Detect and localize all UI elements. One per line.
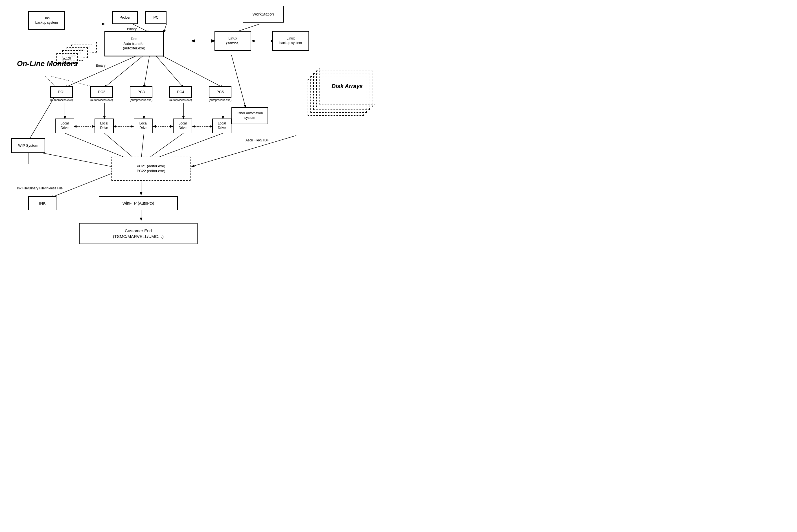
customer-end-box: Customer End (TSMC/MARVELL/UMC…): [79, 223, 197, 244]
dos-autotransfer-box: Dos Auto-transfer (autoxfer.exe): [105, 31, 164, 56]
pc5-area: PC5 (autoprocess.exe): [209, 86, 236, 101]
svg-line-34: [51, 76, 96, 88]
svg-line-10: [161, 55, 223, 88]
pc-top-box: PC: [145, 11, 167, 24]
disk-arrays-label: Disk Arrays: [331, 82, 363, 90]
workstation-box: WorkStation: [243, 6, 284, 23]
ink-file-label: Ink File/Binary File/Inkless File: [17, 186, 63, 190]
other-automation-box: Other automation system: [231, 107, 268, 124]
pc3-area: PC3 (autoprocess.exe): [130, 86, 157, 101]
linux-samba-box: Linux (samba): [214, 31, 251, 51]
pc4-area: PC4 (autoprocess.exe): [169, 86, 196, 101]
binary-mid-label: Binary: [96, 63, 106, 68]
prober-box: Prober: [112, 11, 138, 24]
winftp-box: WinFTP (AutoFtp): [99, 196, 178, 210]
svg-line-30: [51, 171, 118, 197]
svg-line-27: [192, 135, 296, 167]
binary-top-label: Binary: [127, 27, 137, 31]
svg-line-23: [147, 133, 184, 159]
svg-line-33: [45, 76, 56, 88]
pc2-area: PC2 (autoprocess.exe): [90, 86, 117, 101]
svg-line-7: [105, 55, 144, 88]
dos-backup-box: Dos backup system: [28, 11, 65, 30]
local-drive-3: LocalDrive: [134, 118, 153, 133]
ascii-stdf-label: Ascii File/STDF: [246, 138, 269, 142]
svg-line-24: [152, 133, 223, 159]
svg-line-8: [144, 55, 150, 88]
svg-line-25: [28, 96, 55, 141]
disk-array-1: Disk Arrays: [319, 68, 375, 104]
wip-system-box: WIP System: [11, 138, 45, 153]
svg-line-22: [141, 133, 144, 159]
pc21-22-outer: PC21 (editor.exe) PC22 (editor.exe): [112, 157, 190, 180]
local-drive-1: LocalDrive: [55, 118, 74, 133]
svg-line-2: [164, 24, 167, 33]
on-line-monitors-label: On-Line Monitors: [17, 59, 78, 68]
svg-line-9: [155, 55, 184, 88]
svg-line-26: [39, 152, 118, 168]
local-drive-2: LocalDrive: [95, 118, 114, 133]
svg-line-20: [65, 133, 130, 159]
local-drive-5: LocalDrive: [212, 118, 231, 133]
ink-box: INK: [28, 196, 56, 210]
local-drive-4: LocalDrive: [173, 118, 192, 133]
svg-line-21: [105, 133, 135, 159]
pc1-area: PC1 (autoprocess.exe): [50, 86, 77, 101]
linux-backup-box: Linux backup system: [272, 31, 309, 51]
diagram: Linux backup (dashed) -->: [0, 0, 398, 266]
